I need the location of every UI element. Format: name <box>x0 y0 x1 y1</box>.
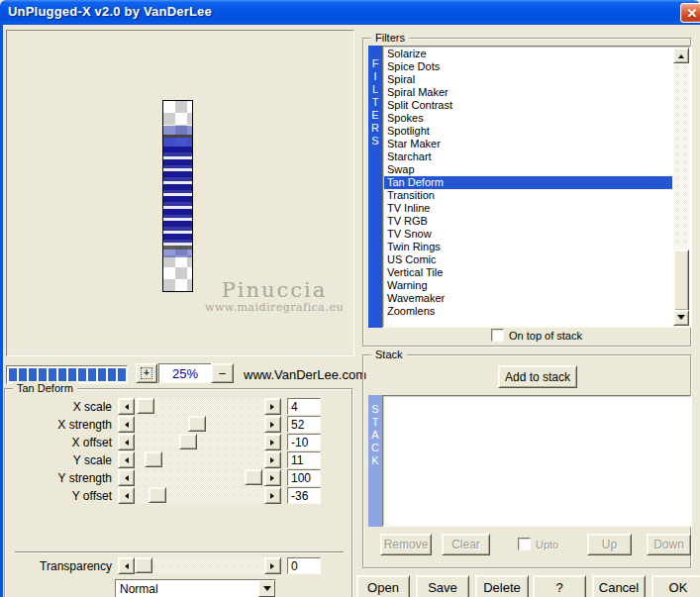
save-button[interactable]: Save <box>416 575 469 597</box>
slider-transparency-value[interactable]: 0 <box>287 557 321 574</box>
slider-x-strength-thumb[interactable] <box>188 416 206 432</box>
filter-item[interactable]: Vertical Tile <box>384 266 672 279</box>
zoom-in-button[interactable]: + <box>136 363 157 383</box>
slider-transparency-decrement-button[interactable] <box>118 557 135 574</box>
preview-panel[interactable]: Pinuccia www.maidiregrafica.eu <box>6 30 354 356</box>
slider-x-offset-decrement-button[interactable] <box>118 434 135 450</box>
triangle-up-icon <box>678 51 684 58</box>
slider-x-strength-track[interactable] <box>135 416 264 433</box>
slider-y-strength-track[interactable] <box>135 469 264 486</box>
slider-y-scale-track[interactable] <box>135 451 264 468</box>
slider-y-scale-decrement-button[interactable] <box>118 451 135 468</box>
filter-item[interactable]: Twin Rings <box>384 241 672 253</box>
slider-x-scale-track[interactable] <box>135 398 264 415</box>
scrollbar-thumb[interactable] <box>673 249 689 311</box>
slider-y-offset-decrement-button[interactable] <box>118 487 135 504</box>
remove-button[interactable]: Remove <box>380 534 432 555</box>
watermark-url: www.maidiregrafica.eu <box>165 301 383 314</box>
filter-item[interactable]: Spiral <box>384 73 672 86</box>
progress-segment <box>88 368 96 381</box>
titlebar[interactable]: UnPlugged-X v2.0 by VanDerLee ✕ <box>0 0 700 25</box>
add-to-stack-button[interactable]: Add to stack <box>498 365 577 388</box>
strip-letter: C <box>368 442 382 454</box>
upto-checkbox[interactable] <box>518 538 531 550</box>
slider-y-scale-increment-button[interactable] <box>264 451 281 468</box>
triangle-right-icon <box>270 422 277 428</box>
slider-y-scale-value[interactable]: 11 <box>287 451 321 468</box>
combo-dropdown-button[interactable] <box>258 580 275 597</box>
filter-item[interactable]: TV RGB <box>384 215 672 228</box>
slider-y-offset-increment-button[interactable] <box>264 487 281 504</box>
slider-y-offset-thumb[interactable] <box>149 487 166 503</box>
progress-segment <box>29 368 37 381</box>
filter-item[interactable]: Swap <box>384 163 672 176</box>
up-button[interactable]: Up <box>587 534 632 555</box>
filter-item[interactable]: Spokes <box>384 112 672 125</box>
filter-item[interactable]: Solarize <box>384 48 672 60</box>
filter-item[interactable]: Spice Dots <box>384 60 672 73</box>
slider-y-strength-increment-button[interactable] <box>264 469 281 486</box>
filter-item[interactable]: US Comic <box>384 253 672 266</box>
slider-x-offset-value[interactable]: -10 <box>287 434 321 450</box>
slider-x-strength-decrement-button[interactable] <box>118 416 135 433</box>
strip-letter: A <box>368 429 382 442</box>
slider-x-offset-track[interactable] <box>135 434 264 450</box>
progress-segment <box>9 368 17 381</box>
upto-option[interactable]: Upto <box>518 538 558 550</box>
scroll-up-button[interactable] <box>673 48 689 63</box>
filter-item[interactable]: Split Contrast <box>384 99 672 112</box>
slider-y-offset-value[interactable]: -36 <box>287 487 321 504</box>
filter-item[interactable]: Transition <box>384 189 672 202</box>
slider-x-offset-increment-button[interactable] <box>264 434 281 450</box>
vendor-link: www.VanDerLee.com <box>244 367 366 382</box>
slider-transparency-thumb[interactable] <box>135 557 152 573</box>
triangle-left-icon <box>122 493 129 499</box>
preview-band <box>163 126 192 135</box>
slider-x-scale-thumb[interactable] <box>137 398 154 414</box>
slider-x-scale-decrement-button[interactable] <box>118 398 135 415</box>
strip-letter: E <box>368 109 382 122</box>
open-button[interactable]: Open <box>356 575 410 597</box>
filters-list-items: SolarizeSpice DotsSpiralSpiral MakerSpli… <box>384 48 689 318</box>
filter-item[interactable]: Spotlight <box>384 125 672 138</box>
slider-y-scale-thumb[interactable] <box>145 451 162 467</box>
slider-y-scale: Y scale11 <box>5 451 351 468</box>
filters-scrollbar[interactable] <box>673 48 689 326</box>
close-button[interactable]: ✕ <box>680 3 700 23</box>
filter-item[interactable]: Tan Deform <box>384 176 672 189</box>
clear-button[interactable]: Clear <box>442 534 490 555</box>
slider-y-offset-track[interactable] <box>135 487 264 504</box>
slider-transparency-increment-button[interactable] <box>264 557 281 574</box>
ok-button[interactable]: OK <box>651 575 700 597</box>
filter-item[interactable]: Spiral Maker <box>384 86 672 99</box>
slider-y-strength-decrement-button[interactable] <box>118 469 135 486</box>
filter-item[interactable]: Zoomlens <box>384 305 672 318</box>
on-top-checkbox[interactable] <box>491 329 504 342</box>
slider-y-strength-thumb[interactable] <box>245 469 262 485</box>
filter-item[interactable]: TV Snow <box>384 228 672 241</box>
slider-x-strength-value[interactable]: 52 <box>287 416 321 433</box>
help-button[interactable]: ? <box>533 575 586 597</box>
slider-x-strength-increment-button[interactable] <box>264 416 281 433</box>
cancel-button[interactable]: Cancel <box>592 575 646 597</box>
slider-transparency-track[interactable] <box>135 557 264 574</box>
slider-transparency: Transparency0 <box>5 557 351 574</box>
window-border-left <box>0 25 3 597</box>
filters-list[interactable]: SolarizeSpice DotsSpiralSpiral MakerSpli… <box>382 46 691 328</box>
down-button[interactable]: Down <box>647 534 691 555</box>
filter-item[interactable]: Wavemaker <box>384 292 672 305</box>
slider-y-strength-value[interactable]: 100 <box>287 469 321 486</box>
zoom-out-button[interactable]: − <box>211 363 234 383</box>
slider-x-scale-value[interactable]: 4 <box>287 398 321 415</box>
slider-x-offset-thumb[interactable] <box>179 434 197 449</box>
stack-list[interactable] <box>382 395 691 527</box>
filter-item[interactable]: Warning <box>384 279 672 292</box>
filter-item[interactable]: Star Maker <box>384 138 672 150</box>
delete-button[interactable]: Delete <box>475 575 529 597</box>
on-top-of-stack-option[interactable]: On top of stack <box>491 329 582 342</box>
scroll-down-button[interactable] <box>673 310 689 326</box>
blend-mode-select[interactable]: Normal <box>115 579 276 597</box>
filter-item[interactable]: TV Inline <box>384 202 672 215</box>
filter-item[interactable]: Starchart <box>384 150 672 163</box>
slider-x-scale-increment-button[interactable] <box>264 398 281 415</box>
